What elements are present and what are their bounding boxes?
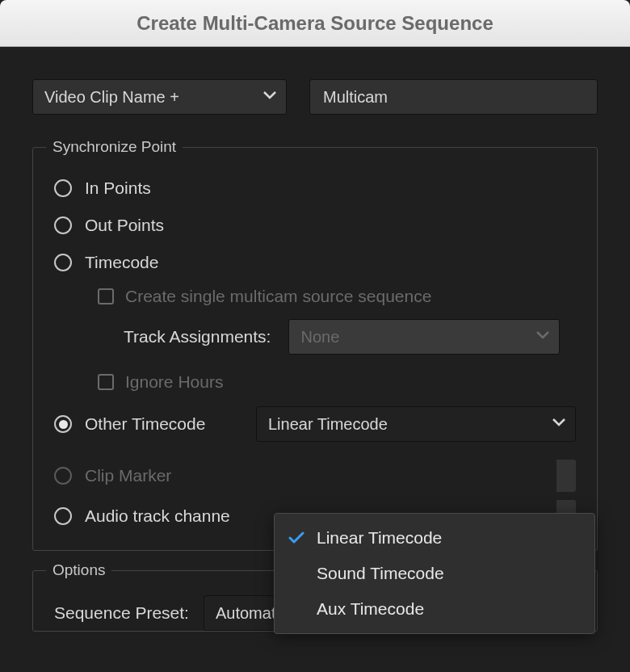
other-timecode-value: Linear Timecode: [268, 415, 388, 434]
checkbox-label: Create single multicam source sequence: [125, 287, 431, 306]
dialog-titlebar: Create Multi-Camera Source Sequence: [0, 0, 630, 47]
check-mark-icon: [288, 529, 305, 547]
check-slot-empty: [288, 565, 305, 582]
popup-item-label: Sound Timecode: [317, 564, 444, 583]
video-clip-name-dropdown[interactable]: Video Clip Name +: [32, 79, 287, 115]
chevron-down-icon: [263, 91, 275, 103]
track-assignments-label: Track Assignments:: [124, 327, 271, 346]
synchronize-point-legend: Synchronize Point: [46, 138, 183, 156]
radio-label: In Points: [85, 178, 151, 198]
other-timecode-popup[interactable]: Linear Timecode Sound Timecode Aux Timec…: [274, 513, 595, 634]
popup-item-sound-timecode[interactable]: Sound Timecode: [275, 556, 594, 591]
popup-item-linear-timecode[interactable]: Linear Timecode: [275, 520, 594, 556]
radio-out-points[interactable]: Out Points: [54, 216, 576, 235]
track-assignments-dropdown: None: [288, 319, 560, 355]
top-row: Video Clip Name + Multicam: [32, 79, 598, 115]
obscured-dropdown: [556, 460, 576, 492]
dialog-title: Create Multi-Camera Source Sequence: [136, 12, 493, 35]
checkbox-icon: [98, 288, 114, 304]
radio-icon: [54, 507, 72, 525]
track-assignments-row: Track Assignments: None: [124, 319, 576, 355]
multicam-name-input[interactable]: Multicam: [309, 79, 598, 115]
radio-other-timecode[interactable]: Other Timecode Linear Timecode: [54, 406, 576, 442]
video-clip-name-value: Video Clip Name +: [44, 88, 179, 107]
radio-icon-checked: [54, 415, 72, 433]
multicam-name-value: Multicam: [323, 88, 388, 107]
radio-clip-marker: Clip Marker: [54, 466, 576, 485]
radio-in-points[interactable]: In Points: [54, 178, 576, 198]
checkbox-ignore-hours[interactable]: Ignore Hours: [98, 372, 576, 392]
radio-timecode[interactable]: Timecode: [54, 253, 576, 272]
popup-item-label: Linear Timecode: [317, 528, 442, 548]
track-assignments-value: None: [300, 328, 339, 346]
options-legend: Options: [46, 561, 111, 579]
radio-icon: [54, 179, 72, 197]
checkbox-create-single[interactable]: Create single multicam source sequence: [98, 287, 576, 306]
synchronize-point-group: Synchronize Point In Points Out Points T…: [32, 147, 598, 551]
radio-icon: [54, 216, 72, 234]
checkbox-label: Ignore Hours: [125, 372, 223, 392]
timecode-sub-options: Create single multicam source sequence T…: [98, 287, 576, 392]
sequence-preset-label: Sequence Preset:: [54, 603, 189, 623]
popup-item-label: Aux Timecode: [317, 599, 424, 619]
chevron-down-icon: [536, 331, 548, 342]
popup-item-aux-timecode[interactable]: Aux Timecode: [275, 591, 594, 627]
radio-label: Out Points: [85, 216, 164, 235]
checkbox-icon: [98, 374, 114, 390]
radio-label: Clip Marker: [85, 466, 171, 485]
radio-icon: [54, 467, 72, 485]
other-timecode-dropdown[interactable]: Linear Timecode: [256, 406, 576, 442]
check-slot-empty: [288, 600, 305, 618]
radio-label: Other Timecode: [85, 414, 205, 434]
radio-icon: [54, 254, 72, 271]
chevron-down-icon: [552, 418, 564, 430]
radio-label: Timecode: [85, 253, 158, 272]
radio-label: Audio track channe: [85, 506, 230, 526]
